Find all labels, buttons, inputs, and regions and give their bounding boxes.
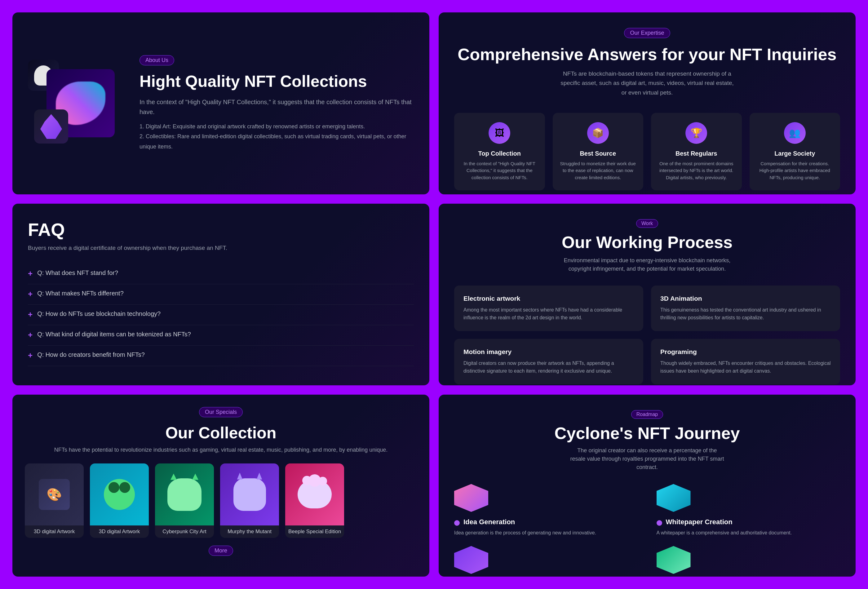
nft-card-label-1: 3D digital Artwork	[90, 526, 149, 538]
faq-subtitle: Buyers receive a digital certificate of …	[28, 245, 414, 251]
feature-title-3: Large Society	[756, 150, 834, 157]
feature-title-1: Best Source	[559, 150, 637, 157]
faq-question-2: Q: How do NFTs use blockchain technology…	[37, 310, 161, 317]
process-step-desc-2: Digital creators can now produce their a…	[464, 359, 634, 375]
collection-desc: NFTs have the potential to revolutionize…	[25, 446, 417, 454]
process-step-title-0: Electronic artwork	[464, 295, 634, 302]
journey-icon-2	[454, 546, 488, 574]
nft-card-pink[interactable]: Beeple Special Edition	[285, 464, 344, 538]
feature-desc-1: Struggled to monetize their work due to …	[559, 160, 637, 182]
faq-plus-1: +	[28, 289, 32, 299]
feature-card-3: 👥 Large Society Compensation for their c…	[750, 113, 840, 190]
journey-step-title-0: Idea Generation	[464, 518, 515, 526]
process-card-2: Motion imagery Digital creators can now …	[454, 339, 643, 384]
journey-dot-0	[454, 520, 460, 526]
comprehensive-desc: NFTs are blockchain-based tokens that re…	[561, 69, 734, 97]
collection-header: Our Specials Our Collection NFTs have th…	[25, 407, 430, 454]
process-grid: Electronic artwork Among the most import…	[454, 285, 840, 384]
process-step-desc-1: This genuineness has tested the conventi…	[660, 306, 831, 322]
cat-artwork	[167, 478, 202, 511]
panel-comprehensive: Our Expertise Comprehensive Answers for …	[438, 12, 856, 194]
journey-icon-3	[657, 546, 691, 574]
features-grid: 🖼 Top Collection In the context of "High…	[454, 113, 840, 190]
journey-step-title-1: Whitepaper Creation	[666, 518, 732, 526]
faq-title: FAQ	[28, 219, 414, 240]
hero-card-small2	[34, 109, 68, 143]
faq-item-2[interactable]: + Q: How do NFTs use blockchain technolo…	[28, 305, 414, 325]
nft-card-cyan[interactable]: 3D digital Artwork	[90, 464, 149, 538]
journey-item-1: Whitepaper Creation A whitepaper is a co…	[657, 484, 840, 537]
badge-expertise: Our Expertise	[624, 28, 670, 38]
hero-badge: About Us	[140, 55, 174, 65]
journey-item-3: Blockchain Integration Blockchain integr…	[657, 546, 840, 577]
collection-title: Our Collection	[25, 424, 417, 442]
panel-hero: About Us Hight Quality NFT Collections I…	[12, 12, 430, 194]
hero-list-item: Collectibles: Rare and limited-edition d…	[140, 131, 414, 152]
nft-card-img-cyan	[90, 464, 149, 526]
faq-item-3[interactable]: + Q: What kind of digital items can be t…	[28, 325, 414, 345]
faq-plus-4: +	[28, 351, 32, 360]
hero-description: In the context of "High Quality NFT Coll…	[140, 97, 414, 117]
frog-artwork	[104, 479, 135, 510]
process-step-title-3: Programing	[660, 348, 831, 356]
nft-card-purple[interactable]: Murphy the Mutant	[220, 464, 279, 538]
process-step-desc-0: Among the most important sectors where N…	[464, 306, 634, 322]
faq-item-0[interactable]: + Q: What does NFT stand for?	[28, 264, 414, 284]
unicorn-icon	[40, 114, 62, 139]
faq-plus-2: +	[28, 310, 32, 319]
nft-cards-row: 🎨 3D digital Artwork 3D digital Artwork …	[25, 464, 430, 538]
journey-grid: Idea Generation Idea generation is the p…	[454, 484, 840, 577]
journey-badge: Roadmap	[631, 410, 663, 419]
process-card-1: 3D Animation This genuineness has tested…	[651, 285, 840, 331]
faq-item-1[interactable]: + Q: What makes NFTs different?	[28, 284, 414, 305]
comprehensive-title: Comprehensive Answers for your NFT Inqui…	[454, 44, 840, 65]
faq-question-3: Q: What kind of digital items can be tok…	[37, 331, 191, 338]
feature-card-0: 🖼 Top Collection In the context of "High…	[454, 113, 545, 190]
process-title: Our Working Process	[454, 232, 840, 252]
panel-process: Work Our Working Process Environmental i…	[438, 204, 856, 386]
nft-card-dark[interactable]: 🎨 3D digital Artwork	[25, 464, 84, 538]
faq-question-1: Q: What makes NFTs different?	[37, 290, 124, 297]
process-card-0: Electronic artwork Among the most import…	[454, 285, 643, 331]
nft-card-img-dark: 🎨	[25, 464, 84, 526]
faq-question-0: Q: What does NFT stand for?	[37, 269, 118, 276]
panel-collection: Our Specials Our Collection NFTs have th…	[12, 395, 430, 577]
journey-item-0: Idea Generation Idea generation is the p…	[454, 484, 638, 537]
hero-title: Hight Quality NFT Collections	[140, 72, 414, 91]
feature-title-0: Top Collection	[461, 150, 539, 157]
faq-plus-0: +	[28, 269, 32, 278]
journey-step-desc-0: Idea generation is the process of genera…	[454, 529, 638, 537]
panel-faq: FAQ Buyers receive a digital certificate…	[12, 204, 430, 386]
collection-badge: Our Specials	[199, 407, 243, 417]
hero-content: About Us Hight Quality NFT Collections I…	[140, 55, 414, 152]
process-step-title-1: 3D Animation	[660, 295, 831, 302]
faq-plus-3: +	[28, 330, 32, 340]
journey-title: Cyclone's NFT Journey	[454, 424, 840, 443]
feature-desc-0: In the context of "High Quality NFT Coll…	[461, 160, 539, 182]
nft-card-img-pink	[285, 464, 344, 526]
faq-item-4[interactable]: + Q: How do creators benefit from NFTs?	[28, 345, 414, 366]
feature-icon-3: 👥	[784, 122, 806, 144]
journey-step-desc-1: A whitepaper is a comprehensive and auth…	[657, 529, 840, 537]
feature-icon-0: 🖼	[489, 122, 510, 144]
process-card-3: Programing Though widely embraced, NFTs …	[651, 339, 840, 384]
more-btn[interactable]: More	[209, 546, 233, 556]
faq-items: + Q: What does NFT stand for? + Q: What …	[28, 264, 414, 366]
nft-card-img-purple	[220, 464, 279, 526]
nft-card-label-2: Cyberpunk City Art	[155, 526, 214, 538]
faq-question-4: Q: How do creators benefit from NFTs?	[37, 351, 145, 358]
hero-images	[28, 60, 127, 147]
journey-dot-1	[657, 520, 662, 526]
feature-icon-2: 🏆	[685, 122, 707, 144]
wolf-artwork	[233, 478, 266, 511]
feature-desc-2: One of the most prominent domains inters…	[657, 160, 736, 182]
cloud-artwork	[298, 480, 332, 508]
feature-card-1: 📦 Best Source Struggled to monetize thei…	[553, 113, 644, 190]
nft-card-img-green	[155, 464, 214, 526]
feature-icon-1: 📦	[587, 122, 609, 144]
nft-card-green[interactable]: Cyberpunk City Art	[155, 464, 214, 538]
nft-card-label-3: Murphy the Mutant	[220, 526, 279, 538]
nft-card-label-4: Beeple Special Edition	[285, 526, 344, 538]
journey-desc: The original creator can also receive a …	[570, 446, 725, 471]
process-desc: Environmental impact due to energy-inten…	[561, 256, 734, 273]
